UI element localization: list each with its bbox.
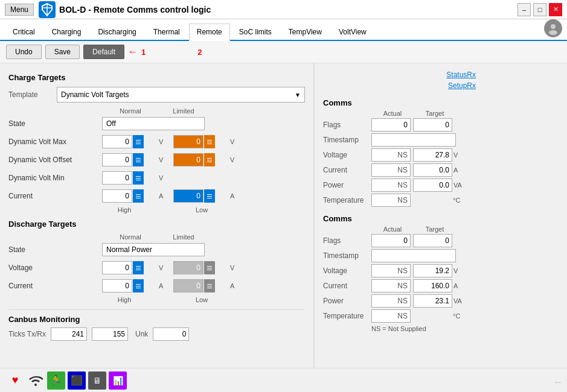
comms2-flags-target[interactable]: [413, 234, 452, 247]
comms2-power-target[interactable]: [413, 294, 452, 308]
comms2-current-actual[interactable]: [371, 279, 411, 292]
heart-icon[interactable]: ♥: [6, 371, 24, 390]
comms1-power-actual[interactable]: [371, 179, 411, 192]
comms2-current-label: Current: [323, 282, 371, 290]
discharge-voltage-limited-slider[interactable]: [204, 261, 215, 274]
dynamic-volt-max-label: Dynamic Volt Max: [8, 138, 102, 146]
comms1-timestamp-actual[interactable]: [371, 133, 456, 147]
unit-da2: A: [230, 282, 240, 289]
canbus-ticks-rx-input[interactable]: [92, 327, 128, 341]
tab-tempview[interactable]: TempView: [281, 24, 330, 40]
comms1-temp-actual[interactable]: [371, 194, 411, 207]
discharge-low-label: Low: [181, 296, 222, 303]
dynamic-volt-offset-normal-input[interactable]: [102, 153, 132, 166]
dynamic-volt-max-normal-input[interactable]: [102, 135, 132, 148]
tab-discharging[interactable]: Discharging: [90, 24, 144, 40]
comms1-timestamp-label: Timestamp: [323, 136, 371, 144]
canbus-section: Canbus Monitoring Ticks Tx/Rx Unk: [8, 309, 305, 341]
comms2-current-target[interactable]: [413, 279, 452, 292]
unit-v3: V: [159, 156, 168, 163]
comms2-timestamp-actual[interactable]: [371, 249, 456, 262]
cube-icon[interactable]: ⬛: [68, 371, 86, 390]
minimize-button[interactable]: –: [517, 3, 531, 16]
comms2-power-row: Power VA: [323, 294, 481, 308]
comms2-power-actual[interactable]: [371, 294, 411, 308]
default-button[interactable]: Default: [83, 45, 124, 59]
toolbar: Undo Save Default ← 1 2: [0, 41, 567, 63]
dynamic-volt-max-limited: [173, 135, 228, 148]
tab-soc-limits[interactable]: SoC limits: [231, 24, 280, 40]
status-rx-link[interactable]: StatusRx: [446, 71, 476, 79]
discharge-voltage-normal-slider[interactable]: [133, 261, 144, 274]
avatar[interactable]: [544, 19, 562, 37]
comms2-temp-row: Temperature °C: [323, 309, 481, 323]
undo-button[interactable]: Undo: [6, 45, 42, 59]
tab-remote[interactable]: Remote: [189, 24, 230, 41]
tab-critical[interactable]: Critical: [5, 24, 43, 40]
template-row: Template Dynamic Volt Targets ▼: [8, 87, 305, 103]
monitor-icon[interactable]: 🖥: [88, 371, 106, 390]
comms1-flags-actual[interactable]: [371, 118, 411, 131]
discharge-current-limited: [173, 279, 228, 292]
close-button[interactable]: ✕: [549, 3, 562, 16]
comms1-voltage-target[interactable]: [413, 148, 452, 162]
wifi-icon[interactable]: [27, 371, 45, 390]
unit-dv2: V: [230, 264, 240, 271]
dynamic-volt-max-limited-slider[interactable]: [204, 135, 215, 148]
discharge-current-normal: [102, 279, 156, 292]
comms2-timestamp-row: Timestamp: [323, 249, 481, 262]
discharge-voltage-limited-input[interactable]: [173, 261, 203, 274]
comms1-current-target[interactable]: [413, 163, 452, 177]
charge-state-input[interactable]: [102, 117, 205, 130]
limited-col-header: Limited: [157, 107, 210, 115]
tab-thermal[interactable]: Thermal: [146, 24, 188, 40]
charge-current-limited-slider[interactable]: [204, 189, 215, 203]
comms2-voltage-label: Voltage: [323, 267, 371, 275]
discharge-state-input[interactable]: [102, 243, 205, 256]
dynamic-volt-max-normal-slider[interactable]: [133, 135, 144, 148]
comms2-voltage-target[interactable]: [413, 264, 452, 277]
discharge-voltage-normal-input[interactable]: [102, 261, 132, 274]
canbus-ticks-tx-input[interactable]: [51, 327, 87, 341]
comms2-flags-actual[interactable]: [371, 234, 411, 247]
person-running-icon[interactable]: 🏃: [47, 371, 65, 390]
comms1-current-unit: A: [453, 166, 464, 174]
canbus-unk-input[interactable]: [153, 327, 189, 341]
chart-icon[interactable]: 📊: [109, 371, 127, 390]
discharge-current-limited-input[interactable]: [173, 279, 203, 292]
maximize-button[interactable]: □: [533, 3, 546, 16]
template-select[interactable]: Dynamic Volt Targets ▼: [57, 87, 305, 103]
comms1-voltage-row: Voltage V: [323, 148, 481, 162]
dynamic-volt-offset-limited-input[interactable]: [173, 153, 203, 166]
charge-current-normal-slider[interactable]: [133, 189, 144, 203]
comms1-target-header: Target: [414, 110, 456, 117]
comms2-voltage-row: Voltage V: [323, 264, 481, 277]
comms1-current-label: Current: [323, 166, 371, 174]
tab-charging[interactable]: Charging: [44, 24, 89, 40]
comms1-flags-target[interactable]: [413, 118, 452, 131]
charge-current-limited-input[interactable]: [173, 189, 203, 203]
tab-voltview[interactable]: VoltView: [331, 24, 374, 40]
comms1-current-actual[interactable]: [371, 163, 411, 177]
comms1-voltage-actual[interactable]: [371, 148, 411, 162]
dynamic-volt-min-normal-slider[interactable]: [133, 171, 144, 185]
main-content: Charge Targets Template Dynamic Volt Tar…: [0, 63, 567, 392]
save-button[interactable]: Save: [45, 45, 80, 59]
menu-button[interactable]: Menu: [5, 4, 34, 16]
comms2-temp-actual[interactable]: [371, 309, 411, 323]
discharge-current-normal-slider[interactable]: [133, 279, 144, 292]
discharge-current-normal-input[interactable]: [102, 279, 132, 292]
comms1-power-target[interactable]: [413, 179, 452, 192]
comms2-voltage-actual[interactable]: [371, 264, 411, 277]
dynamic-volt-offset-limited: [173, 153, 228, 166]
charge-targets-title: Charge Targets: [8, 73, 305, 82]
charge-current-normal-input[interactable]: [102, 189, 132, 203]
dynamic-volt-offset-normal-slider[interactable]: [133, 153, 144, 166]
nav-tabs: Critical Charging Discharging Thermal Re…: [0, 19, 567, 41]
discharge-current-limited-slider[interactable]: [204, 279, 215, 292]
dynamic-volt-max-limited-input[interactable]: [173, 135, 203, 148]
dynamic-volt-offset-limited-slider[interactable]: [204, 153, 215, 166]
setup-rx-link[interactable]: SetupRx: [448, 81, 476, 90]
dynamic-volt-min-normal-input[interactable]: [102, 171, 132, 185]
num1-annotation: 1: [141, 48, 146, 57]
